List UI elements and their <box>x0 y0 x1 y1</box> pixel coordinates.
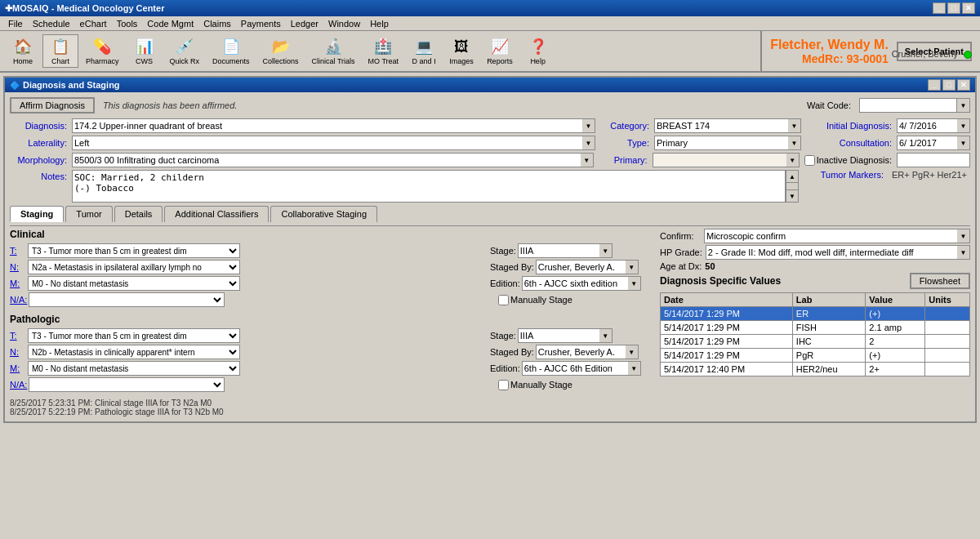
category-input[interactable] <box>654 118 788 133</box>
type-dropdown[interactable]: ▼ <box>788 136 801 150</box>
pathologic-na-label[interactable]: N/A: <box>10 380 27 390</box>
toolbar-home[interactable]: 🏠 Home <box>5 34 41 68</box>
notes-textarea[interactable]: SOC: Married, 2 childern (-) Tobacco <box>72 170 786 203</box>
diagnosis-dropdown[interactable]: ▼ <box>582 118 595 133</box>
affirm-diagnosis-button[interactable]: Affirm Diagnosis <box>10 97 95 114</box>
pathologic-m-label[interactable]: M: <box>10 363 26 373</box>
dsv-row[interactable]: 5/14/2017 1:29 PMPgR(+) <box>661 349 970 363</box>
tab-tumor[interactable]: Tumor <box>65 206 112 222</box>
mo-treat-icon: 🏥 <box>373 37 393 56</box>
dsv-row[interactable]: 5/14/2017 12:40 PMHER2/neu2+ <box>661 363 970 376</box>
clinical-t-label[interactable]: T: <box>10 246 26 256</box>
pathologic-na-select[interactable] <box>29 377 225 392</box>
pathologic-edition-dropdown[interactable]: ▼ <box>628 361 641 376</box>
consultation-dropdown[interactable]: ▼ <box>957 136 970 150</box>
toolbar-reports[interactable]: 📈 Reports <box>481 34 519 68</box>
toolbar-chart[interactable]: 📋 Chart <box>42 34 78 68</box>
primary-dropdown[interactable]: ▼ <box>786 153 800 167</box>
laterality-input[interactable] <box>72 136 582 150</box>
flowsheet-button[interactable]: Flowsheet <box>910 273 970 289</box>
diagnosis-minimize-button[interactable]: _ <box>928 79 941 91</box>
tab-staging[interactable]: Staging <box>10 206 64 222</box>
pathologic-manually-stage-checkbox[interactable] <box>498 380 509 390</box>
hp-grade-dropdown[interactable]: ▼ <box>957 245 970 260</box>
menu-echart[interactable]: eChart <box>75 18 112 29</box>
dsv-row[interactable]: 5/14/2017 1:29 PMIHC2 <box>661 335 970 349</box>
clinical-manually-stage-checkbox[interactable] <box>498 295 509 305</box>
menu-help[interactable]: Help <box>365 18 394 29</box>
menu-window[interactable]: Window <box>323 18 365 29</box>
pathologic-staged-by-dropdown[interactable]: ▼ <box>626 345 639 359</box>
pathologic-staged-by-input[interactable] <box>536 345 626 359</box>
toolbar-d-and-i[interactable]: 💻 D and I <box>406 34 442 68</box>
hp-grade-input[interactable] <box>706 245 957 260</box>
pathologic-edition-input[interactable] <box>522 361 628 376</box>
clinical-edition-dropdown[interactable]: ▼ <box>628 276 641 291</box>
clinical-staged-by-input[interactable] <box>536 260 626 274</box>
wait-code-dropdown[interactable]: ▼ <box>957 98 970 113</box>
pathologic-t-label[interactable]: T: <box>10 331 26 341</box>
pathologic-n-select[interactable]: N2b - Metastasis in clinically apparent*… <box>28 345 240 359</box>
clinical-na-select[interactable] <box>29 292 225 307</box>
menu-schedule[interactable]: Schedule <box>28 18 75 29</box>
consultation-input[interactable] <box>897 136 957 150</box>
inactive-dx-input[interactable] <box>897 153 970 167</box>
initial-dx-dropdown[interactable]: ▼ <box>957 118 970 133</box>
pathologic-stage-input[interactable] <box>518 328 599 343</box>
toolbar-help[interactable]: ❓ Help <box>520 34 556 68</box>
clinical-m-select[interactable]: M0 - No distant metastasis <box>28 276 240 291</box>
close-button[interactable]: ✕ <box>962 2 975 14</box>
pathologic-t-select[interactable]: T3 - Tumor more than 5 cm in greatest di… <box>28 328 240 343</box>
clinical-edition-input[interactable] <box>522 276 628 291</box>
toolbar-collections[interactable]: 📂 Collections <box>257 34 305 68</box>
clinical-n-label[interactable]: N: <box>10 262 26 272</box>
laterality-dropdown[interactable]: ▼ <box>582 136 595 150</box>
toolbar-cws[interactable]: 📊 CWS <box>127 34 163 68</box>
morphology-input[interactable] <box>72 153 581 167</box>
toolbar-images[interactable]: 🖼 Images <box>443 34 479 68</box>
toolbar-mo-treat[interactable]: 🏥 MO Treat <box>363 34 405 68</box>
dsv-row[interactable]: 5/14/2017 1:29 PMFISH2.1 amp <box>661 321 970 335</box>
pathologic-m-select[interactable]: M0 - No distant metastasis <box>28 361 240 376</box>
menu-file[interactable]: File <box>3 18 28 29</box>
dsv-row[interactable]: 5/14/2017 1:29 PMER(+) <box>661 307 970 321</box>
tab-details[interactable]: Details <box>114 206 163 222</box>
diagnosis-maximize-button[interactable]: □ <box>942 79 956 91</box>
pathologic-n-label[interactable]: N: <box>10 347 26 357</box>
toolbar-quickrx[interactable]: 💉 Quick Rx <box>164 34 206 68</box>
category-dropdown[interactable]: ▼ <box>788 118 801 133</box>
clinical-staged-by-dropdown[interactable]: ▼ <box>626 260 639 274</box>
tab-collaborative-staging[interactable]: Collaborative Staging <box>270 206 377 222</box>
tab-additional-classifiers[interactable]: Additional Classifiers <box>164 206 269 222</box>
diagnosis-input[interactable] <box>72 118 582 133</box>
minimize-button[interactable]: _ <box>933 2 946 14</box>
inactive-dx-checkbox[interactable] <box>804 155 815 166</box>
toolbar-pharmacy[interactable]: 💊 Pharmacy <box>80 34 125 68</box>
menu-tools[interactable]: Tools <box>112 18 143 29</box>
clinical-stage-input[interactable] <box>518 243 599 258</box>
diagnosis-close-button[interactable]: ✕ <box>957 79 970 91</box>
clinical-stage-dropdown[interactable]: ▼ <box>599 243 612 258</box>
pathologic-stage-dropdown[interactable]: ▼ <box>599 328 612 343</box>
morphology-dropdown[interactable]: ▼ <box>581 153 594 167</box>
menu-ledger[interactable]: Ledger <box>286 18 323 29</box>
clinical-n-select[interactable]: N2a - Metastasis in ipsilateral axillary… <box>28 260 240 274</box>
menu-code-mgmt[interactable]: Code Mgmt <box>142 18 198 29</box>
toolbar-documents[interactable]: 📄 Documents <box>207 34 256 68</box>
menu-claims[interactable]: Claims <box>198 18 236 29</box>
confirm-dropdown[interactable]: ▼ <box>957 229 970 243</box>
confirm-input[interactable] <box>704 229 957 243</box>
menu-payments[interactable]: Payments <box>236 18 286 29</box>
primary-input[interactable] <box>653 153 786 167</box>
notes-scroll-up[interactable]: ▲ <box>786 170 799 183</box>
maximize-button[interactable]: □ <box>947 2 960 14</box>
toolbar-clinical-trials[interactable]: 🔬 Clinical Trials <box>306 34 361 68</box>
initial-dx-input[interactable] <box>897 118 957 133</box>
wait-code-input[interactable] <box>859 98 957 113</box>
clinical-na-label[interactable]: N/A: <box>10 295 27 305</box>
type-input[interactable] <box>654 136 788 150</box>
clinical-m-label[interactable]: M: <box>10 278 26 288</box>
title-bar: ✚ MOSAIQ - Medical Oncology Center _ □ ✕ <box>0 0 980 16</box>
clinical-t-select[interactable]: T3 - Tumor more than 5 cm in greatest di… <box>28 243 240 258</box>
notes-scroll-down[interactable]: ▼ <box>786 189 799 203</box>
